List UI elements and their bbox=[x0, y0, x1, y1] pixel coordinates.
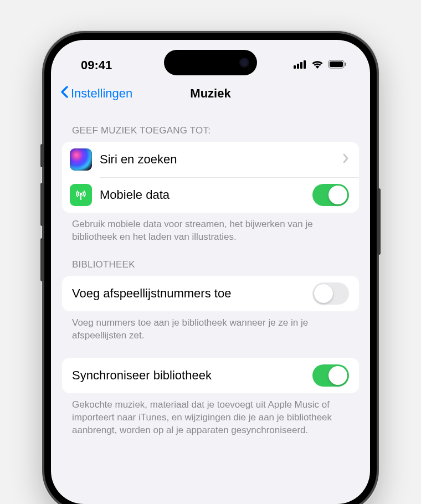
svg-rect-2 bbox=[300, 62, 302, 69]
side-button bbox=[40, 183, 44, 226]
svg-rect-6 bbox=[345, 63, 347, 66]
section-header-access: GEEF MUZIEK TOEGANG TOT: bbox=[62, 110, 359, 142]
toggle-knob bbox=[328, 366, 347, 385]
section-header-library: BIBLIOTHEEK bbox=[62, 244, 359, 276]
dynamic-island bbox=[164, 50, 257, 75]
side-button bbox=[377, 188, 381, 255]
row-label: Mobiele data bbox=[100, 188, 312, 202]
status-icons bbox=[294, 60, 347, 71]
sync-library-toggle[interactable] bbox=[312, 364, 349, 387]
navigation-bar: Instellingen Muziek bbox=[51, 79, 370, 110]
side-button bbox=[40, 144, 44, 167]
svg-rect-8 bbox=[80, 194, 81, 200]
access-group: Siri en zoeken bbox=[62, 142, 359, 213]
toggle-knob bbox=[314, 284, 333, 303]
library-group-2: Synchroniseer bibliotheek bbox=[62, 358, 359, 393]
siri-search-row[interactable]: Siri en zoeken bbox=[62, 142, 359, 177]
row-label: Synchroniseer bibliotheek bbox=[72, 368, 312, 383]
siri-icon bbox=[70, 148, 92, 171]
chevron-left-icon bbox=[60, 85, 69, 102]
status-time: 09:41 bbox=[81, 58, 112, 73]
svg-rect-5 bbox=[330, 61, 343, 67]
svg-rect-0 bbox=[294, 65, 296, 69]
settings-content: GEEF MUZIEK TOEGANG TOT: Siri en zoeken bbox=[51, 110, 370, 437]
sync-library-row: Synchroniseer bibliotheek bbox=[62, 358, 359, 393]
front-camera bbox=[239, 58, 249, 68]
svg-rect-1 bbox=[297, 64, 299, 69]
cellular-data-toggle[interactable] bbox=[312, 184, 349, 206]
add-playlist-songs-toggle[interactable] bbox=[312, 282, 349, 305]
side-button bbox=[40, 238, 44, 281]
section-footer-access: Gebruik mobiele data voor streamen, het … bbox=[62, 213, 359, 244]
back-label: Instellingen bbox=[71, 86, 132, 101]
cellular-data-icon bbox=[70, 184, 92, 206]
svg-rect-3 bbox=[304, 60, 306, 69]
add-playlist-songs-row: Voeg afspeellijstnummers toe bbox=[62, 276, 359, 311]
chevron-right-icon bbox=[342, 153, 349, 166]
cellular-signal-icon bbox=[294, 60, 307, 71]
section-footer-sync: Gekochte muziek, materiaal dat je toevoe… bbox=[62, 393, 359, 437]
back-button[interactable]: Instellingen bbox=[60, 85, 132, 102]
wifi-icon bbox=[311, 60, 324, 71]
screen: 09:41 bbox=[51, 40, 370, 504]
phone-frame: 09:41 bbox=[44, 33, 377, 504]
row-label: Voeg afspeellijstnummers toe bbox=[72, 286, 312, 301]
row-label: Siri en zoeken bbox=[100, 152, 342, 167]
battery-icon bbox=[328, 60, 347, 71]
section-footer-add-playlist: Voeg nummers toe aan je bibliotheek wann… bbox=[62, 311, 359, 342]
toggle-knob bbox=[328, 186, 347, 204]
library-group-1: Voeg afspeellijstnummers toe bbox=[62, 276, 359, 311]
page-title: Muziek bbox=[190, 86, 230, 101]
cellular-data-row: Mobiele data bbox=[62, 177, 359, 213]
